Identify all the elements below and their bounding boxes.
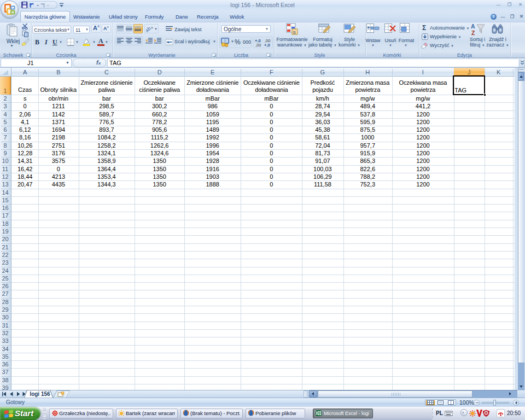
svg-text:,00: ,00 bbox=[255, 43, 261, 47]
svg-text:A: A bbox=[471, 23, 475, 30]
svg-text:S: S bbox=[293, 30, 296, 35]
svg-text:Z: Z bbox=[471, 30, 475, 36]
svg-text:+,0: +,0 bbox=[264, 43, 270, 47]
svg-text:ab: ab bbox=[146, 26, 152, 32]
